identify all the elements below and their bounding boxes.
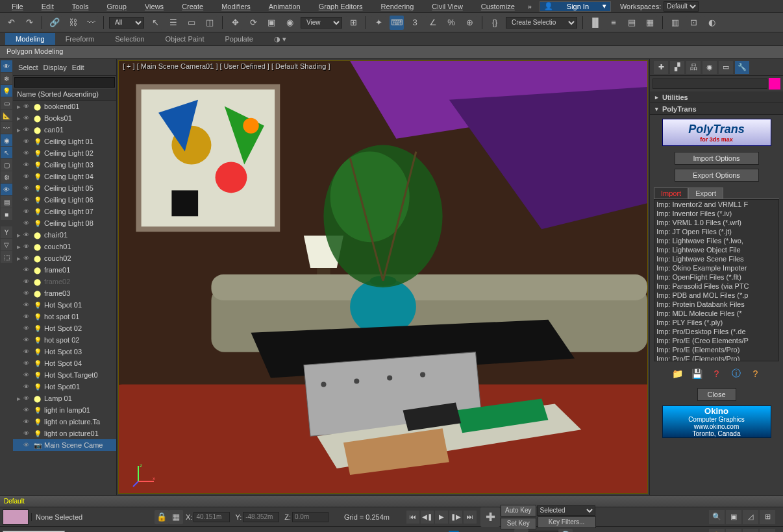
ribbon-dropdown-icon[interactable]: ◑ ▾ — [264, 33, 297, 45]
format-list-item[interactable]: Imp: Lightwave Scene Files — [654, 254, 778, 263]
sign-in-button[interactable]: 👤 Sign In ▾ — [540, 1, 611, 12]
unlink-button[interactable]: ⛓ — [66, 16, 80, 30]
lock-selection-icon[interactable]: 🔒 — [155, 510, 169, 524]
menu-grapheditors[interactable]: Graph Editors — [310, 1, 372, 12]
undo-button[interactable]: ↶ — [4, 16, 18, 30]
scene-select-menu[interactable]: Select — [18, 64, 38, 71]
tree-node[interactable]: ▸⬤Books01 — [13, 112, 116, 124]
ref-coord-dropdown[interactable]: View — [301, 17, 342, 29]
tree-node[interactable]: ▸⬤bookend01 — [13, 101, 116, 112]
lt-box-icon[interactable]: ▢ — [1, 159, 12, 171]
tree-node[interactable]: ⬤frame02 — [13, 276, 116, 287]
tree-node[interactable]: 💡hot spot 01 — [13, 311, 116, 322]
redo-button[interactable]: ↷ — [22, 16, 36, 30]
color-swatch-status[interactable] — [3, 509, 29, 525]
format-list-item[interactable]: Imp: Inventor Files (*.iv) — [654, 209, 778, 218]
tree-node[interactable]: ▸⬤Lamp 01 — [13, 393, 116, 404]
tree-node[interactable]: 💡Ceiling Light 08 — [13, 217, 116, 229]
lt-page-icon[interactable]: ▤ — [1, 196, 12, 208]
tree-node[interactable]: 💡Ceiling Light 06 — [13, 194, 116, 206]
format-list-item[interactable]: Imp: Protein Databank Files — [654, 300, 778, 309]
nav-pan-icon[interactable]: ✋ — [709, 529, 725, 533]
key-filters-button[interactable]: Key Filters... — [538, 516, 596, 528]
menu-tools[interactable]: Tools — [63, 1, 98, 12]
scene-column-header[interactable]: Name (Sorted Ascending) — [13, 89, 116, 101]
tree-node[interactable]: ⬤frame03 — [13, 287, 116, 299]
selection-filter-dropdown[interactable]: All — [109, 17, 144, 29]
hierarchy-tab-icon[interactable]: 品 — [686, 61, 701, 74]
lt-eye-icon[interactable]: 👁 — [1, 60, 12, 72]
lt-snow-icon[interactable]: ❄ — [1, 73, 12, 84]
set-key-button[interactable]: Set Key — [501, 518, 536, 529]
tree-node[interactable]: 💡Ceiling Light 01 — [13, 136, 116, 147]
menu-customize[interactable]: Customize — [472, 1, 524, 12]
lt-square-icon[interactable]: ■ — [1, 208, 12, 220]
goto-end-icon[interactable]: ⏭ — [464, 511, 477, 524]
menu-rendering[interactable]: Rendering — [372, 1, 423, 12]
angle-snap-button[interactable]: ∠ — [426, 16, 440, 30]
prev-frame-icon[interactable]: ◀❚ — [421, 511, 434, 524]
close-button[interactable]: Close — [697, 388, 736, 401]
lt-filter-icon[interactable]: Y — [1, 226, 12, 238]
bind-spacewarp-button[interactable]: 〰 — [84, 16, 98, 30]
tree-node[interactable]: ▸⬤chair01 — [13, 229, 116, 241]
tree-node[interactable]: 💡Ceiling Light 07 — [13, 206, 116, 217]
viewport-main[interactable]: [ + ] [ Main Scene Camera01 ] [ User Def… — [118, 60, 648, 494]
link-button[interactable]: 🔗 — [47, 16, 62, 30]
align-button[interactable]: ≡ — [606, 16, 621, 30]
format-list-item[interactable]: Imp: Pro/E (Elements/Pro) — [654, 345, 778, 354]
okino-banner[interactable]: Okino Computer Graphics www.okino.com To… — [662, 405, 771, 438]
ribbon-tab-objectpaint[interactable]: Object Paint — [155, 33, 215, 45]
placement-button[interactable]: ◉ — [282, 16, 297, 30]
tree-node[interactable]: ▸⬤couch01 — [13, 241, 116, 252]
nav-zoom-icon[interactable]: 🔍 — [709, 510, 725, 524]
named-selection-dropdown[interactable]: Create Selection Se — [506, 17, 577, 29]
select-by-name-button[interactable]: ☰ — [166, 16, 180, 30]
nav-zoomall-icon[interactable]: ▣ — [726, 510, 741, 524]
play-icon[interactable]: ▶ — [435, 511, 448, 524]
key-filter-dropdown[interactable]: Selected — [537, 505, 595, 516]
menu-modifiers[interactable]: Modifiers — [212, 1, 260, 12]
lt-sphere-icon[interactable]: ◉ — [1, 134, 12, 146]
named-sel-edit-button[interactable]: {} — [488, 16, 502, 30]
y-input[interactable] — [243, 512, 279, 522]
tree-node[interactable]: 💡Ceiling Light 03 — [13, 159, 116, 171]
scene-edit-menu[interactable]: Edit — [72, 64, 84, 71]
auto-key-button[interactable]: Auto Key — [501, 505, 536, 516]
scene-tree[interactable]: ▸⬤bookend01▸⬤Books01▸⬤can01💡Ceiling Ligh… — [13, 101, 116, 495]
x-input[interactable] — [193, 512, 230, 522]
ribbon-tab-populate[interactable]: Populate — [214, 33, 263, 45]
command-search-input[interactable] — [652, 79, 767, 89]
curve-editor-button[interactable]: ▥ — [668, 16, 682, 30]
ribbon-tab-freeform[interactable]: Freeform — [55, 33, 105, 45]
lt-obj-icon[interactable]: 👁 — [1, 184, 12, 195]
tree-node[interactable]: 💡Hot Spot 04 — [13, 357, 116, 369]
modify-tab-icon[interactable]: ▞ — [670, 61, 684, 74]
pt-info-icon[interactable]: ⓘ — [729, 367, 743, 381]
menu-civilview[interactable]: Civil View — [423, 1, 471, 12]
lt-cursor-icon[interactable]: ↖ — [1, 147, 12, 158]
tree-node[interactable]: ▸⬤can01 — [13, 124, 116, 136]
format-list-item[interactable]: Imp: MDL Molecule Files (* — [654, 309, 778, 318]
rotate-button[interactable]: ⟳ — [246, 16, 260, 30]
toggle-ribbon-button[interactable]: ▦ — [643, 16, 657, 30]
motion-tab-icon[interactable]: ◉ — [702, 61, 717, 74]
tree-node[interactable]: 💡Ceiling Light 04 — [13, 171, 116, 182]
percent-snap-button[interactable]: % — [444, 16, 458, 30]
tree-node[interactable]: 💡Ceiling Light 02 — [13, 147, 116, 159]
tree-node[interactable]: 💡light in lamp01 — [13, 404, 116, 416]
tree-node[interactable]: 💡Hot Spot 03 — [13, 346, 116, 357]
z-input[interactable] — [292, 512, 329, 522]
layer-explorer-button[interactable]: ▤ — [625, 16, 639, 30]
spinner-snap-button[interactable]: ⊕ — [462, 16, 477, 30]
tree-node[interactable]: ⬤frame01 — [13, 264, 116, 276]
set-key-big-icon[interactable]: ✚ — [480, 507, 500, 527]
rollout-utilities[interactable]: Utilities — [650, 91, 783, 103]
nav-walk-icon[interactable]: 🚶 — [726, 529, 741, 533]
select-window-button[interactable]: ◫ — [203, 16, 217, 30]
scale-button[interactable]: ▣ — [264, 16, 279, 30]
utilities-tab-icon[interactable]: 🔧 — [735, 61, 749, 74]
tree-node[interactable]: 💡Hot Spot01 — [13, 381, 116, 393]
select-object-button[interactable]: ↖ — [148, 16, 162, 30]
menu-file[interactable]: File — [3, 1, 32, 12]
